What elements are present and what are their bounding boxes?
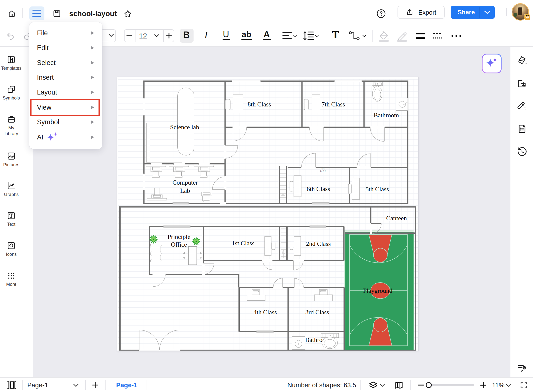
svg-text:8th Class: 8th Class: [248, 101, 271, 108]
svg-text:Principle: Principle: [167, 233, 190, 240]
svg-text:Office: Office: [171, 241, 187, 248]
svg-text:Lab: Lab: [180, 187, 190, 194]
svg-text:4.7 ft: 4.7 ft: [321, 168, 325, 170]
svg-text:3rd Class: 3rd Class: [305, 309, 329, 316]
svg-text:Playground: Playground: [363, 287, 393, 294]
svg-text:7th Class: 7th Class: [322, 101, 345, 108]
svg-text:2nd Class: 2nd Class: [306, 240, 331, 247]
svg-text:1st Class: 1st Class: [232, 240, 254, 247]
svg-text:Science lab: Science lab: [170, 124, 199, 131]
svg-text:Canteen: Canteen: [386, 215, 407, 222]
svg-text:4th Class: 4th Class: [253, 309, 277, 316]
svg-text:Computer: Computer: [172, 179, 198, 186]
svg-text:5th Class: 5th Class: [366, 186, 389, 193]
svg-text:Bathroom: Bathroom: [374, 112, 399, 119]
svg-text:6th Class: 6th Class: [307, 185, 330, 193]
svg-text:14.6 ft: 14.6 ft: [320, 170, 326, 173]
